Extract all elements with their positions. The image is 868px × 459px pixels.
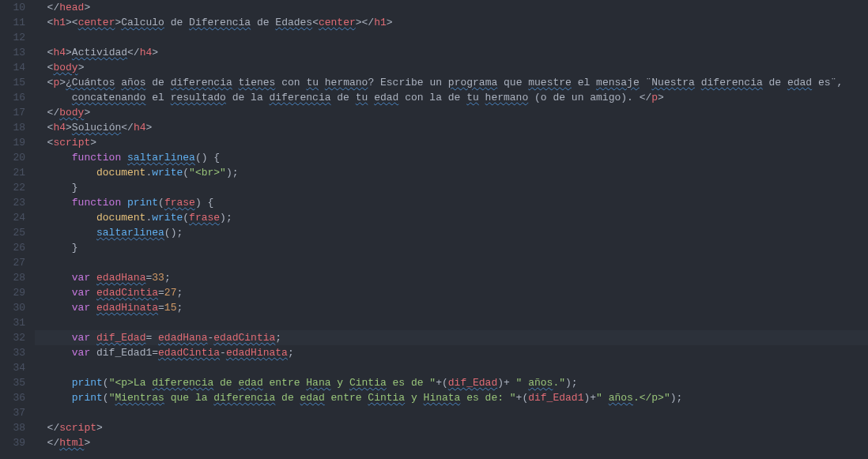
token: .</p>" — [633, 392, 670, 404]
token: var — [72, 302, 90, 314]
token: >< — [66, 17, 78, 28]
token: con la de — [398, 92, 466, 103]
code-line[interactable]: <p>¿Cuántos años de diferencia tienes co… — [35, 75, 868, 90]
token: dif_Edad1 — [528, 392, 583, 404]
token: edadHinata — [96, 302, 158, 314]
line-number: 12 — [0, 30, 25, 45]
line-number: 29 — [0, 285, 25, 300]
token: > — [66, 122, 72, 134]
token: dif_Edad — [448, 377, 497, 389]
token: es de " — [387, 377, 436, 389]
token: )+ — [583, 392, 596, 404]
token: que — [497, 77, 528, 88]
code-line[interactable]: </body> — [35, 105, 868, 120]
code-line[interactable]: var edadHana=33; — [35, 270, 868, 285]
token: = — [145, 332, 158, 344]
token: dif_Edad1= — [90, 347, 158, 359]
line-number: 34 — [0, 360, 25, 375]
token: Diferencia — [189, 17, 251, 28]
code-line[interactable] — [35, 405, 868, 420]
line-number: 10 — [0, 0, 25, 15]
token: diferencia — [171, 77, 232, 88]
code-line[interactable]: print("<p>La diferencia de edad entre Ha… — [35, 375, 868, 390]
code-line[interactable]: </html> — [35, 435, 868, 450]
token: head — [59, 2, 84, 13]
token: > — [96, 422, 103, 434]
token: ( — [158, 197, 164, 209]
token: de — [275, 392, 300, 404]
code-line[interactable]: concatenando el resultado de la diferenc… — [35, 90, 868, 105]
code-line[interactable]: document.write(frase); — [35, 210, 868, 225]
line-number: 38 — [0, 420, 25, 435]
code-line[interactable] — [35, 255, 868, 270]
token — [35, 92, 72, 103]
token: </ — [47, 422, 60, 434]
code-line[interactable] — [35, 315, 868, 330]
code-line[interactable]: var edadCintia=27; — [35, 285, 868, 300]
token: h4 — [53, 122, 66, 134]
token: Cintia — [368, 392, 405, 404]
code-line[interactable] — [35, 30, 868, 45]
code-line[interactable]: var edadHinata=15; — [35, 300, 868, 315]
token: var — [72, 332, 90, 344]
code-line[interactable]: document.write("<br>"); — [35, 165, 868, 180]
token: ( — [103, 392, 109, 404]
line-number: 25 — [0, 225, 25, 240]
token: resultado — [171, 92, 226, 103]
token — [121, 197, 127, 209]
code-line[interactable]: function print(frase) { — [35, 195, 868, 210]
token: p — [651, 92, 658, 103]
token: tu — [466, 92, 479, 103]
line-number: 13 — [0, 45, 25, 60]
token: print — [72, 377, 103, 389]
token: años — [528, 377, 553, 389]
token: function — [72, 197, 121, 209]
code-line[interactable]: <script> — [35, 135, 868, 150]
token: > — [152, 47, 158, 58]
code-line[interactable]: </head> — [35, 0, 868, 15]
code-line[interactable]: <h1><center>Calculo de Diferencia de Eda… — [35, 15, 868, 30]
token: } — [35, 182, 78, 194]
token: > — [90, 137, 96, 149]
token — [35, 302, 72, 314]
code-line[interactable]: var dif_Edad= edadHana-edadCintia; — [35, 330, 868, 345]
token: hermano — [485, 92, 529, 103]
token — [35, 347, 72, 359]
token — [35, 167, 96, 179]
code-line[interactable]: print("Mientras que la diferencia de eda… — [35, 390, 868, 405]
token: (o de un amigo). — [528, 92, 639, 103]
code-line[interactable] — [35, 360, 868, 375]
code-area[interactable]: </head> <h1><center>Calculo de Diferenci… — [32, 0, 868, 459]
token: print — [127, 197, 158, 209]
token: tu — [306, 77, 319, 88]
token: de — [763, 77, 787, 88]
token: ; — [176, 302, 183, 314]
code-line[interactable]: <h4>Solución</h4> — [35, 120, 868, 135]
token: muestre — [528, 77, 572, 88]
token: 15 — [164, 302, 177, 314]
code-line[interactable]: } — [35, 240, 868, 255]
token: es¨, — [812, 77, 849, 88]
token: > — [66, 47, 72, 58]
line-number: 26 — [0, 240, 25, 255]
code-line[interactable]: <body> — [35, 60, 868, 75]
code-line[interactable]: </script> — [35, 420, 868, 435]
code-line[interactable]: function saltarlinea() { — [35, 150, 868, 165]
token: ( — [103, 377, 109, 389]
token: h4 — [53, 47, 66, 58]
token: = — [158, 302, 164, 314]
code-line[interactable]: saltarlinea(); — [35, 225, 868, 240]
code-line[interactable]: <h4>Actividad</h4> — [35, 45, 868, 60]
token: - — [220, 347, 226, 359]
token: edad — [238, 377, 262, 389]
token: () { — [195, 152, 220, 164]
code-editor[interactable]: 1011121314151617181920212223242526272829… — [0, 0, 868, 459]
token — [35, 62, 47, 73]
code-line[interactable]: var dif_Edad1=edadCintia-edadHinata; — [35, 345, 868, 360]
line-number: 16 — [0, 90, 25, 105]
token — [35, 137, 47, 149]
code-line[interactable]: } — [35, 180, 868, 195]
token: ); — [226, 167, 239, 179]
token: ); — [670, 392, 683, 404]
token: (); — [164, 227, 183, 239]
